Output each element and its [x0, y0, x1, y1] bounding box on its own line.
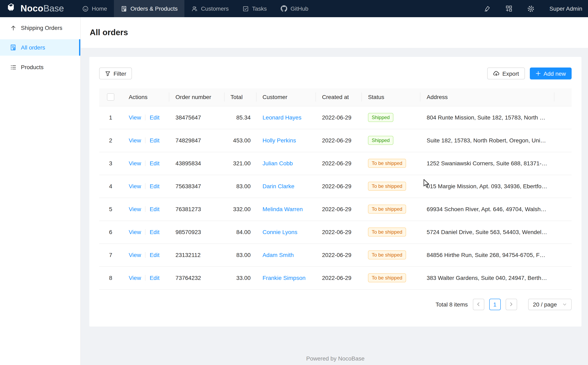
filter-button[interactable]: Filter: [99, 68, 132, 79]
status-cell: Shipped: [361, 129, 420, 152]
navbar-right: Super Admin: [484, 5, 582, 12]
customer-link[interactable]: Julian Cobb: [262, 160, 293, 167]
sidebar: Shipping Orders All orders: [0, 17, 81, 365]
nocobase-logo[interactable]: NocoBase: [6, 2, 64, 15]
user-menu[interactable]: Super Admin: [550, 5, 582, 12]
spacer-cell: [554, 129, 572, 152]
total-cell: 33.00: [224, 266, 256, 289]
customer-cell: Leonard Hayes: [256, 106, 316, 129]
customer-link[interactable]: Leonard Hayes: [262, 114, 301, 121]
filter-label: Filter: [114, 70, 126, 77]
ui-editor-highlighter-icon[interactable]: [484, 5, 490, 12]
pagination-total: Total 8 items: [436, 301, 468, 308]
powered-by-footer: Powered by NocoBase: [89, 355, 581, 362]
export-button[interactable]: Export: [487, 68, 525, 79]
view-link[interactable]: View: [129, 206, 141, 212]
edit-link[interactable]: Edit: [150, 274, 160, 281]
view-link[interactable]: View: [129, 114, 141, 121]
select-all-checkbox[interactable]: [107, 93, 114, 101]
sidebar-item-shipping-orders[interactable]: Shipping Orders: [0, 20, 80, 36]
app-window: NocoBase Home: [0, 0, 588, 365]
pagination-prev-button[interactable]: [473, 299, 484, 310]
customers-person-icon: [192, 6, 198, 12]
sidebar-item-all-orders[interactable]: All orders: [0, 39, 80, 56]
table-row[interactable]: 1 ViewEdit 38475647 85.34 Leonard Hayes …: [99, 106, 572, 129]
status-cell: To be shipped: [361, 221, 420, 244]
table-row[interactable]: 7 ViewEdit 23132112 83.00 Adam Smith 202…: [99, 244, 572, 266]
customer-link[interactable]: Adam Smith: [262, 252, 294, 258]
check-square-icon: [243, 6, 249, 12]
table-row[interactable]: 3 ViewEdit 43895834 321.00 Julian Cobb 2…: [99, 152, 572, 175]
column-header-total[interactable]: Total: [224, 88, 256, 106]
edit-link[interactable]: Edit: [150, 114, 160, 121]
status-badge: Shipped: [368, 113, 393, 122]
tab-orders-and-products[interactable]: Orders & Products: [114, 0, 185, 17]
edit-link[interactable]: Edit: [150, 206, 160, 212]
column-header-actions[interactable]: Actions: [122, 88, 169, 106]
customer-cell: Holly Perkins: [256, 129, 316, 152]
view-link[interactable]: View: [129, 137, 141, 144]
sidebar-item-label: All orders: [21, 44, 45, 51]
address-cell: Suite 182, 15783, North Robert, Oregon, …: [420, 129, 554, 152]
row-index: 8: [99, 266, 122, 289]
table-row[interactable]: 2 ViewEdit 74829847 453.00 Holly Perkins…: [99, 129, 572, 152]
status-badge: To be shipped: [368, 159, 406, 168]
pagination-next-button[interactable]: [505, 299, 517, 310]
edit-link[interactable]: Edit: [150, 229, 160, 235]
tab-github[interactable]: GitHub: [274, 0, 315, 17]
table-row[interactable]: 8 ViewEdit 73764232 33.00 Frankie Simpso…: [99, 266, 572, 289]
plugin-manager-icon[interactable]: [506, 5, 512, 12]
column-header-order-number[interactable]: Order number: [169, 88, 224, 106]
view-link[interactable]: View: [129, 274, 141, 281]
edit-link[interactable]: Edit: [150, 160, 160, 167]
edit-link[interactable]: Edit: [150, 137, 160, 144]
table-row[interactable]: 5 ViewEdit 76381273 332.00 Melinda Warre…: [99, 198, 572, 221]
spacer-cell: [554, 198, 572, 221]
actions-divider: [145, 229, 145, 235]
tab-label: Orders & Products: [131, 5, 178, 12]
customer-link[interactable]: Melinda Warren: [262, 206, 303, 212]
tab-label: GitHub: [290, 5, 308, 12]
row-actions: ViewEdit: [122, 198, 169, 221]
address-cell: 015 Margie Mission, Apt. 093, 34936, Ebe…: [420, 175, 554, 198]
view-link[interactable]: View: [129, 229, 141, 235]
customer-link[interactable]: Darin Clarke: [262, 183, 294, 190]
status-badge: To be shipped: [368, 182, 406, 191]
add-new-button[interactable]: Add new: [530, 68, 572, 79]
tab-home[interactable]: Home: [75, 0, 114, 17]
table-row[interactable]: 4 ViewEdit 75638347 83.00 Darin Clarke 2…: [99, 175, 572, 198]
view-link[interactable]: View: [129, 183, 141, 190]
customer-cell: Connie Lyons: [256, 221, 316, 244]
view-link[interactable]: View: [129, 160, 141, 167]
edit-link[interactable]: Edit: [150, 183, 160, 190]
filter-funnel-icon: [105, 70, 111, 76]
page-size-select[interactable]: 20 / page: [528, 299, 572, 310]
address-cell: 804 Runte Mission, Suite 182, 15783, Nor…: [420, 106, 554, 129]
total-cell: 83.00: [224, 244, 256, 266]
tab-tasks[interactable]: Tasks: [236, 0, 274, 17]
plus-icon: [535, 71, 541, 76]
order-form-icon: [121, 6, 127, 12]
column-header-address[interactable]: Address: [420, 88, 554, 106]
sidebar-item-products[interactable]: Products: [0, 59, 80, 75]
actions-divider: [145, 115, 145, 120]
customer-link[interactable]: Holly Perkins: [262, 137, 296, 144]
tab-customers[interactable]: Customers: [185, 0, 236, 17]
table-row[interactable]: 6 ViewEdit 98570923 84.00 Connie Lyons 2…: [99, 221, 572, 244]
row-index: 1: [99, 106, 122, 129]
customer-link[interactable]: Frankie Simpson: [262, 274, 305, 281]
pagination: Total 8 items 1 20 / page: [99, 299, 572, 310]
customer-cell: Julian Cobb: [256, 152, 316, 175]
page-content: Filter Export: [81, 48, 588, 365]
edit-link[interactable]: Edit: [150, 252, 160, 258]
column-header-status[interactable]: Status: [361, 88, 420, 106]
settings-gear-icon[interactable]: [527, 5, 534, 12]
pagination-page-1[interactable]: 1: [489, 299, 501, 310]
order-form-icon: [10, 44, 16, 51]
column-header-created-at[interactable]: Created at: [316, 88, 361, 106]
column-header-customer[interactable]: Customer: [256, 88, 316, 106]
customer-link[interactable]: Connie Lyons: [262, 229, 297, 235]
nocobase-logo-icon: [6, 2, 17, 15]
view-link[interactable]: View: [129, 252, 141, 258]
actions-divider: [145, 160, 145, 166]
